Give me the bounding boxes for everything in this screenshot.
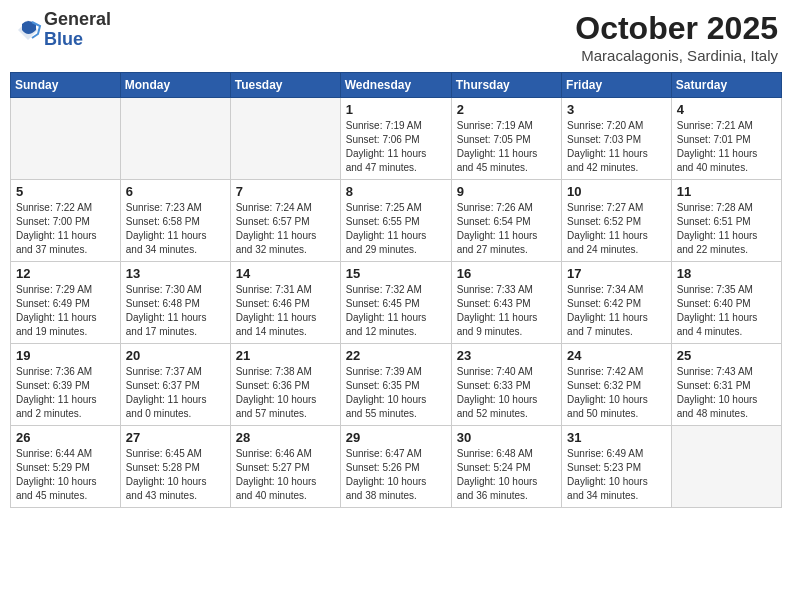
day-number: 30 <box>457 430 556 445</box>
logo-general: General <box>44 10 111 30</box>
day-info: Sunrise: 7:32 AM Sunset: 6:45 PM Dayligh… <box>346 283 446 339</box>
day-number: 6 <box>126 184 225 199</box>
day-info: Sunrise: 7:27 AM Sunset: 6:52 PM Dayligh… <box>567 201 666 257</box>
day-info: Sunrise: 7:19 AM Sunset: 7:06 PM Dayligh… <box>346 119 446 175</box>
day-number: 29 <box>346 430 446 445</box>
logo: General Blue <box>14 10 111 50</box>
day-cell: 4Sunrise: 7:21 AM Sunset: 7:01 PM Daylig… <box>671 98 781 180</box>
day-info: Sunrise: 7:40 AM Sunset: 6:33 PM Dayligh… <box>457 365 556 421</box>
day-cell: 30Sunrise: 6:48 AM Sunset: 5:24 PM Dayli… <box>451 426 561 508</box>
day-number: 26 <box>16 430 115 445</box>
day-cell: 1Sunrise: 7:19 AM Sunset: 7:06 PM Daylig… <box>340 98 451 180</box>
day-cell <box>671 426 781 508</box>
day-cell: 3Sunrise: 7:20 AM Sunset: 7:03 PM Daylig… <box>562 98 672 180</box>
day-cell: 20Sunrise: 7:37 AM Sunset: 6:37 PM Dayli… <box>120 344 230 426</box>
day-cell: 14Sunrise: 7:31 AM Sunset: 6:46 PM Dayli… <box>230 262 340 344</box>
day-info: Sunrise: 6:44 AM Sunset: 5:29 PM Dayligh… <box>16 447 115 503</box>
day-cell: 22Sunrise: 7:39 AM Sunset: 6:35 PM Dayli… <box>340 344 451 426</box>
day-cell: 13Sunrise: 7:30 AM Sunset: 6:48 PM Dayli… <box>120 262 230 344</box>
day-number: 9 <box>457 184 556 199</box>
day-number: 11 <box>677 184 776 199</box>
day-number: 18 <box>677 266 776 281</box>
day-info: Sunrise: 7:25 AM Sunset: 6:55 PM Dayligh… <box>346 201 446 257</box>
day-info: Sunrise: 7:33 AM Sunset: 6:43 PM Dayligh… <box>457 283 556 339</box>
day-number: 4 <box>677 102 776 117</box>
day-number: 5 <box>16 184 115 199</box>
day-number: 22 <box>346 348 446 363</box>
day-number: 27 <box>126 430 225 445</box>
day-cell: 10Sunrise: 7:27 AM Sunset: 6:52 PM Dayli… <box>562 180 672 262</box>
day-info: Sunrise: 7:23 AM Sunset: 6:58 PM Dayligh… <box>126 201 225 257</box>
day-cell <box>120 98 230 180</box>
day-cell: 6Sunrise: 7:23 AM Sunset: 6:58 PM Daylig… <box>120 180 230 262</box>
calendar: SundayMondayTuesdayWednesdayThursdayFrid… <box>10 72 782 508</box>
day-number: 28 <box>236 430 335 445</box>
day-number: 25 <box>677 348 776 363</box>
day-info: Sunrise: 6:49 AM Sunset: 5:23 PM Dayligh… <box>567 447 666 503</box>
day-cell: 26Sunrise: 6:44 AM Sunset: 5:29 PM Dayli… <box>11 426 121 508</box>
day-number: 7 <box>236 184 335 199</box>
day-number: 21 <box>236 348 335 363</box>
logo-icon <box>14 16 42 44</box>
day-cell: 15Sunrise: 7:32 AM Sunset: 6:45 PM Dayli… <box>340 262 451 344</box>
weekday-header-wednesday: Wednesday <box>340 73 451 98</box>
day-info: Sunrise: 7:39 AM Sunset: 6:35 PM Dayligh… <box>346 365 446 421</box>
day-cell: 12Sunrise: 7:29 AM Sunset: 6:49 PM Dayli… <box>11 262 121 344</box>
day-info: Sunrise: 7:28 AM Sunset: 6:51 PM Dayligh… <box>677 201 776 257</box>
day-info: Sunrise: 7:42 AM Sunset: 6:32 PM Dayligh… <box>567 365 666 421</box>
day-number: 10 <box>567 184 666 199</box>
weekday-header-tuesday: Tuesday <box>230 73 340 98</box>
day-info: Sunrise: 7:22 AM Sunset: 7:00 PM Dayligh… <box>16 201 115 257</box>
logo-blue: Blue <box>44 30 111 50</box>
day-info: Sunrise: 7:37 AM Sunset: 6:37 PM Dayligh… <box>126 365 225 421</box>
day-number: 31 <box>567 430 666 445</box>
day-number: 3 <box>567 102 666 117</box>
day-cell: 11Sunrise: 7:28 AM Sunset: 6:51 PM Dayli… <box>671 180 781 262</box>
title-section: October 2025 Maracalagonis, Sardinia, It… <box>575 10 778 64</box>
day-info: Sunrise: 7:19 AM Sunset: 7:05 PM Dayligh… <box>457 119 556 175</box>
week-row-5: 26Sunrise: 6:44 AM Sunset: 5:29 PM Dayli… <box>11 426 782 508</box>
day-number: 16 <box>457 266 556 281</box>
logo-text: General Blue <box>44 10 111 50</box>
day-cell: 28Sunrise: 6:46 AM Sunset: 5:27 PM Dayli… <box>230 426 340 508</box>
day-cell: 2Sunrise: 7:19 AM Sunset: 7:05 PM Daylig… <box>451 98 561 180</box>
day-cell <box>230 98 340 180</box>
day-number: 13 <box>126 266 225 281</box>
day-number: 1 <box>346 102 446 117</box>
day-info: Sunrise: 6:48 AM Sunset: 5:24 PM Dayligh… <box>457 447 556 503</box>
day-info: Sunrise: 7:38 AM Sunset: 6:36 PM Dayligh… <box>236 365 335 421</box>
day-info: Sunrise: 7:43 AM Sunset: 6:31 PM Dayligh… <box>677 365 776 421</box>
day-cell: 31Sunrise: 6:49 AM Sunset: 5:23 PM Dayli… <box>562 426 672 508</box>
weekday-header-sunday: Sunday <box>11 73 121 98</box>
day-info: Sunrise: 7:36 AM Sunset: 6:39 PM Dayligh… <box>16 365 115 421</box>
weekday-header-monday: Monday <box>120 73 230 98</box>
day-number: 12 <box>16 266 115 281</box>
day-cell: 7Sunrise: 7:24 AM Sunset: 6:57 PM Daylig… <box>230 180 340 262</box>
day-number: 15 <box>346 266 446 281</box>
day-info: Sunrise: 6:47 AM Sunset: 5:26 PM Dayligh… <box>346 447 446 503</box>
day-cell: 18Sunrise: 7:35 AM Sunset: 6:40 PM Dayli… <box>671 262 781 344</box>
weekday-header-friday: Friday <box>562 73 672 98</box>
day-number: 19 <box>16 348 115 363</box>
weekday-header-saturday: Saturday <box>671 73 781 98</box>
day-info: Sunrise: 7:35 AM Sunset: 6:40 PM Dayligh… <box>677 283 776 339</box>
week-row-4: 19Sunrise: 7:36 AM Sunset: 6:39 PM Dayli… <box>11 344 782 426</box>
day-info: Sunrise: 7:34 AM Sunset: 6:42 PM Dayligh… <box>567 283 666 339</box>
day-cell: 23Sunrise: 7:40 AM Sunset: 6:33 PM Dayli… <box>451 344 561 426</box>
day-number: 24 <box>567 348 666 363</box>
day-info: Sunrise: 7:26 AM Sunset: 6:54 PM Dayligh… <box>457 201 556 257</box>
day-info: Sunrise: 7:29 AM Sunset: 6:49 PM Dayligh… <box>16 283 115 339</box>
day-number: 14 <box>236 266 335 281</box>
day-cell: 19Sunrise: 7:36 AM Sunset: 6:39 PM Dayli… <box>11 344 121 426</box>
weekday-header-thursday: Thursday <box>451 73 561 98</box>
day-cell: 25Sunrise: 7:43 AM Sunset: 6:31 PM Dayli… <box>671 344 781 426</box>
day-cell: 17Sunrise: 7:34 AM Sunset: 6:42 PM Dayli… <box>562 262 672 344</box>
location: Maracalagonis, Sardinia, Italy <box>575 47 778 64</box>
week-row-1: 1Sunrise: 7:19 AM Sunset: 7:06 PM Daylig… <box>11 98 782 180</box>
week-row-2: 5Sunrise: 7:22 AM Sunset: 7:00 PM Daylig… <box>11 180 782 262</box>
day-info: Sunrise: 6:46 AM Sunset: 5:27 PM Dayligh… <box>236 447 335 503</box>
day-cell: 27Sunrise: 6:45 AM Sunset: 5:28 PM Dayli… <box>120 426 230 508</box>
day-cell: 16Sunrise: 7:33 AM Sunset: 6:43 PM Dayli… <box>451 262 561 344</box>
day-info: Sunrise: 7:31 AM Sunset: 6:46 PM Dayligh… <box>236 283 335 339</box>
day-cell: 21Sunrise: 7:38 AM Sunset: 6:36 PM Dayli… <box>230 344 340 426</box>
